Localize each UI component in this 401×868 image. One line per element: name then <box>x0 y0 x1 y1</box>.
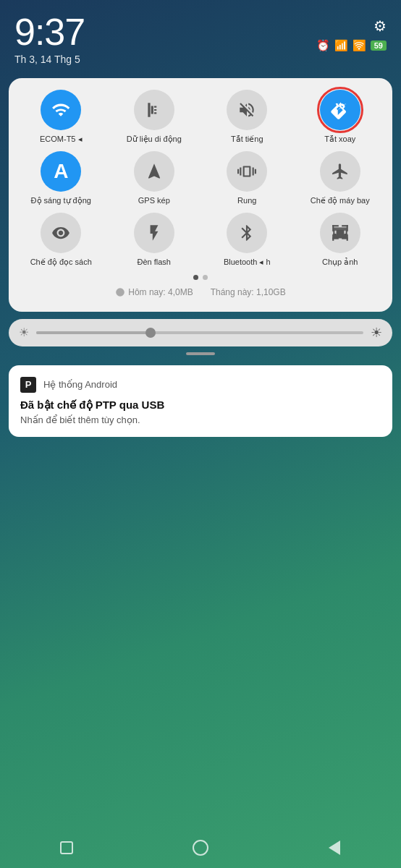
recent-icon <box>60 841 73 854</box>
brightness-slider-container[interactable]: ☀ ☀ <box>9 319 392 346</box>
back-icon <box>329 841 340 855</box>
data-today: Hôm nay: 4,0MB <box>115 287 193 297</box>
svg-rect-1 <box>332 226 334 232</box>
flashlight-icon[interactable] <box>134 213 174 253</box>
silent-label: Tắt tiếng <box>231 135 263 144</box>
svg-point-8 <box>116 288 124 297</box>
quick-item-vibrate[interactable]: Rung <box>203 151 291 205</box>
airplane-label: Chế độ máy bay <box>311 196 370 205</box>
wifi-label: ECOM-T5 ◂ <box>40 135 83 144</box>
notification-app-icon: P <box>20 377 36 393</box>
status-left: 9:37 Th 3, 14 Thg 5 <box>14 13 85 65</box>
brightness-handle[interactable] <box>145 328 156 338</box>
quick-item-gps[interactable]: GPS kép <box>111 151 198 205</box>
gps-label: GPS kép <box>138 196 170 205</box>
rotation-label: Tắt xoay <box>324 135 355 144</box>
back-button[interactable] <box>320 833 349 862</box>
gear-icon[interactable]: ⚙ <box>373 17 387 35</box>
notification-body: Nhấn để biết thêm tùy chọn. <box>20 414 381 425</box>
reading-mode-icon[interactable] <box>41 213 81 253</box>
vibrate-label: Rung <box>237 196 256 205</box>
airplane-icon[interactable] <box>320 151 360 192</box>
date-display: Th 3, 14 Thg 5 <box>14 54 85 65</box>
notification-title: Đã bật chế độ PTP qua USB <box>20 399 381 412</box>
quick-item-silent[interactable]: Tắt tiếng <box>203 90 291 144</box>
svg-rect-3 <box>346 226 347 232</box>
status-right: ⚙ ⏰ 📶 🛜 59 <box>316 13 387 52</box>
recent-apps-button[interactable] <box>52 833 81 862</box>
wifi-toggle-icon[interactable] <box>41 90 81 130</box>
screenshot-icon[interactable] <box>320 213 360 253</box>
time-display: 9:37 <box>14 13 85 51</box>
bluetooth-icon[interactable] <box>227 213 267 253</box>
notification-header: P Hệ thống Android <box>20 377 381 393</box>
notification-card[interactable]: P Hệ thống Android Đã bật chế độ PTP qua… <box>9 365 392 437</box>
data-usage: Hôm nay: 4,0MB Tháng này: 1,10GB <box>17 287 384 300</box>
notification-app-name: Hệ thống Android <box>43 379 117 390</box>
quick-grid-row1: ECOM-T5 ◂ Dữ liệu di động Tắt tiếng <box>17 90 384 144</box>
svg-rect-5 <box>332 235 334 242</box>
quick-item-screenshot[interactable]: Chụp ảnh <box>297 213 384 267</box>
mobile-data-icon[interactable] <box>134 90 174 130</box>
vibrate-icon[interactable] <box>227 151 267 192</box>
silent-icon[interactable] <box>227 90 267 130</box>
wifi-status-icon: 🛜 <box>353 39 366 52</box>
brightness-min-icon: ☀ <box>19 326 29 339</box>
brightness-track[interactable] <box>36 331 363 334</box>
flashlight-label: Đèn flash <box>138 258 171 267</box>
auto-brightness-icon[interactable]: A <box>41 151 81 192</box>
battery-badge: 59 <box>371 41 387 51</box>
quick-grid-row3: Chế độ đọc sách Đèn flash Bluetooth ◂ h <box>17 213 384 267</box>
quick-item-airplane[interactable]: Chế độ máy bay <box>297 151 384 205</box>
mobile-data-label: Dữ liệu di động <box>127 135 182 144</box>
quick-item-rotation[interactable]: Tắt xoay <box>297 90 384 144</box>
auto-brightness-label: Độ sáng tự động <box>31 196 91 205</box>
rotation-icon[interactable] <box>320 90 360 130</box>
dot-2[interactable] <box>203 275 208 280</box>
drag-handle <box>186 352 215 355</box>
brightness-max-icon: ☀ <box>371 325 382 341</box>
status-bar: 9:37 Th 3, 14 Thg 5 ⚙ ⏰ 📶 🛜 59 <box>0 0 401 71</box>
data-month: Tháng này: 1,10GB <box>211 287 286 297</box>
quick-item-wifi[interactable]: ECOM-T5 ◂ <box>17 90 105 144</box>
quick-item-flashlight[interactable]: Đèn flash <box>111 213 198 267</box>
status-icons: ⏰ 📶 🛜 59 <box>316 39 387 52</box>
quick-item-reading[interactable]: Chế độ đọc sách <box>17 213 105 267</box>
page-dots <box>17 275 384 280</box>
svg-rect-7 <box>346 235 347 242</box>
navigation-bar <box>0 827 401 868</box>
screenshot-label: Chụp ảnh <box>322 258 358 267</box>
quick-item-auto-brightness[interactable]: A Độ sáng tự động <box>17 151 105 205</box>
bluetooth-label: Bluetooth ◂ h <box>224 258 271 267</box>
reading-label: Chế độ đọc sách <box>30 258 92 267</box>
home-button[interactable] <box>186 833 215 862</box>
alarm-icon: ⏰ <box>316 39 330 52</box>
gps-icon[interactable] <box>134 151 174 192</box>
quick-item-mobile-data[interactable]: Dữ liệu di động <box>111 90 198 144</box>
signal-icon: 📶 <box>334 39 348 52</box>
dot-1[interactable] <box>193 275 198 280</box>
quick-item-bluetooth[interactable]: Bluetooth ◂ h <box>203 213 291 267</box>
home-icon <box>193 840 208 856</box>
quick-settings-panel: ECOM-T5 ◂ Dữ liệu di động Tắt tiếng <box>9 78 392 312</box>
quick-grid-row2: A Độ sáng tự động GPS kép Rung <box>17 151 384 205</box>
brightness-fill <box>36 331 151 334</box>
